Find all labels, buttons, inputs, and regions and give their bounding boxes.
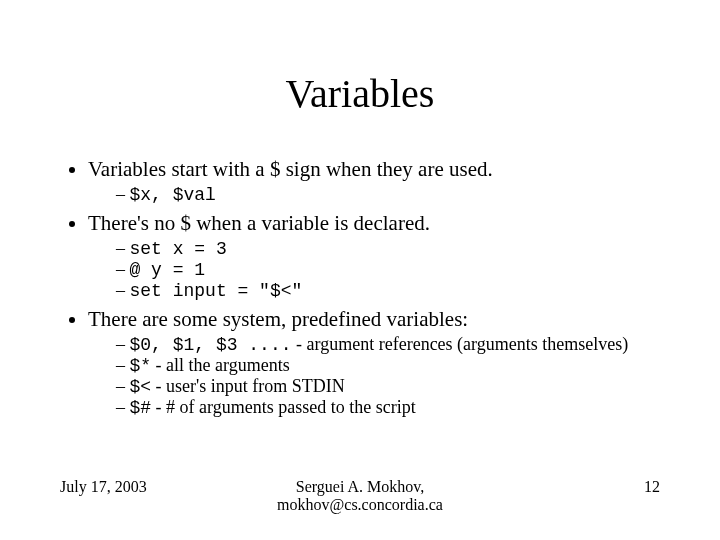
footer-author-line1: Serguei A. Mokhov, — [200, 478, 520, 496]
bullet-3-sublist: $0, $1, $3 .... - argument references (a… — [88, 334, 660, 418]
code-text: @ y = 1 — [130, 260, 206, 280]
code-text: $x, $val — [130, 185, 216, 205]
bullet-1-sublist: $x, $val — [88, 184, 660, 205]
bullet-3-sub-2: $* - all the arguments — [116, 355, 660, 376]
bullet-3: There are some system, predefined variab… — [88, 307, 660, 418]
footer-page-number: 12 — [520, 478, 660, 496]
bullet-list: Variables start with a $ sign when they … — [60, 157, 660, 418]
bullet-3-sub-3: $< - user's input from STDIN — [116, 376, 660, 397]
code-text: set x = 3 — [130, 239, 227, 259]
desc-text: - # of arguments passed to the script — [151, 397, 416, 417]
footer-author-line2: mokhov@cs.concordia.ca — [200, 496, 520, 514]
code-text: set input = "$<" — [130, 281, 303, 301]
slide-footer: July 17, 2003 Serguei A. Mokhov, mokhov@… — [0, 478, 720, 518]
bullet-3-sub-4: $# - # of arguments passed to the script — [116, 397, 660, 418]
code-text: $0, $1, $3 .... — [130, 335, 292, 355]
footer-author: Serguei A. Mokhov, mokhov@cs.concordia.c… — [200, 478, 520, 514]
bullet-2: There's no $ when a variable is declared… — [88, 211, 660, 301]
bullet-3-text: There are some system, predefined variab… — [88, 307, 468, 331]
bullet-2-sub-1: set x = 3 — [116, 238, 660, 259]
bullet-3-sub-1: $0, $1, $3 .... - argument references (a… — [116, 334, 660, 355]
desc-text: - user's input from STDIN — [151, 376, 345, 396]
bullet-1: Variables start with a $ sign when they … — [88, 157, 660, 205]
code-text: $# — [130, 398, 152, 418]
desc-text: - argument references (arguments themsel… — [292, 334, 629, 354]
code-text: $* — [130, 356, 152, 376]
bullet-2-sub-2: @ y = 1 — [116, 259, 660, 280]
bullet-2-sub-3: set input = "$<" — [116, 280, 660, 301]
slide: Variables Variables start with a $ sign … — [0, 0, 720, 540]
code-text: $< — [130, 377, 152, 397]
bullet-1-text: Variables start with a $ sign when they … — [88, 157, 493, 181]
desc-text: - all the arguments — [151, 355, 290, 375]
bullet-2-sublist: set x = 3 @ y = 1 set input = "$<" — [88, 238, 660, 301]
footer-date: July 17, 2003 — [60, 478, 200, 496]
slide-title: Variables — [60, 70, 660, 117]
bullet-2-text: There's no $ when a variable is declared… — [88, 211, 430, 235]
bullet-1-sub-1: $x, $val — [116, 184, 660, 205]
